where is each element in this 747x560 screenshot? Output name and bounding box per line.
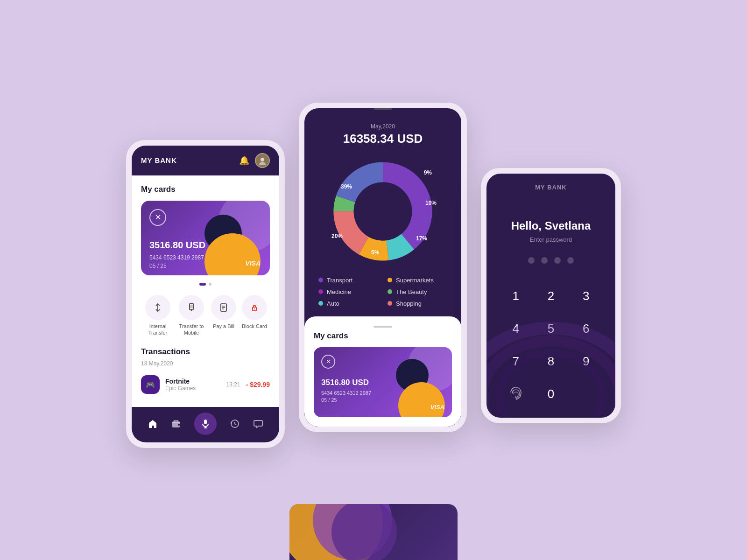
pay-bill-label: Pay a Bill — [213, 323, 234, 329]
mini-card-logo: ✕ — [321, 355, 444, 369]
mini-card-logo-symbol: ✕ — [321, 355, 335, 369]
credit-card[interactable]: ✕ 3516.80 USD 5434 6523 4319 2987 05 / 2… — [141, 201, 270, 275]
block-card-label: Block Card — [242, 323, 267, 329]
analytics-amount: 16358.34 USD — [314, 132, 452, 146]
card-visa: VISA — [245, 259, 261, 267]
phone3-header: MY BANK — [486, 174, 615, 196]
bottom-nav — [132, 407, 279, 442]
tx-info: Fortnite Epic Games — [165, 378, 221, 392]
legend-transport: Transport — [318, 277, 378, 284]
phone2-frame: May,2020 16358.34 USD — [299, 103, 467, 432]
phone1-inner: MY BANK 🔔 My cards ✕ — [132, 146, 279, 443]
phone3-bank-title: MY BANK — [535, 184, 566, 191]
donut-label-9: 9% — [424, 169, 432, 176]
avatar[interactable] — [255, 153, 270, 168]
mini-card-number: 5434 6523 4319 2987 — [321, 390, 444, 396]
phone-handle-2 — [374, 326, 392, 328]
legend-supermarkets: Supermarkets — [388, 277, 447, 284]
phone3-frame: MY BANK Hello, Svetlana Enter password 1… — [481, 168, 621, 423]
bg-waves-svg — [486, 247, 615, 418]
legend-auto: Auto — [318, 300, 378, 307]
tx-date: 18 May,2020 — [141, 360, 270, 367]
action-internal-transfer[interactable]: Internal Transfer — [144, 295, 172, 336]
tx-time: 13:21 — [226, 381, 240, 388]
phone3-greeting: Hello, Svetlana — [486, 219, 615, 232]
action-pay-bill[interactable]: Pay a Bill — [211, 295, 236, 336]
internal-transfer-icon — [145, 295, 170, 320]
phone2-my-cards-title: My cards — [314, 331, 452, 341]
donut-svg — [327, 155, 439, 267]
legend-dot-medicine — [318, 289, 323, 294]
analytics-date: May,2020 — [314, 123, 452, 130]
phone1-header: MY BANK 🔔 — [132, 146, 279, 175]
legend-label-transport: Transport — [327, 277, 352, 284]
transactions-section: Transactions 18 May,2020 🎮 Fortnite Epic… — [141, 347, 270, 398]
action-block-card[interactable]: Block Card — [242, 295, 267, 336]
legend-dot-beauty — [388, 289, 392, 294]
partial-blob-dark-purple — [331, 504, 397, 560]
header-icons: 🔔 — [239, 153, 270, 168]
nav-home[interactable] — [148, 419, 158, 429]
internal-transfer-label: Internal Transfer — [144, 323, 172, 336]
legend-dot-shopping — [388, 301, 392, 306]
action-transfer-mobile[interactable]: Transfer to Mobile — [177, 295, 205, 336]
svg-rect-13 — [178, 424, 180, 426]
bell-icon[interactable]: 🔔 — [239, 155, 249, 166]
legend-shopping: Shopping — [388, 300, 447, 307]
bottom-partial-card — [289, 504, 458, 560]
phone1-frame: MY BANK 🔔 My cards ✕ — [126, 140, 285, 448]
phone-handle — [374, 108, 392, 110]
legend-label-auto: Auto — [327, 300, 339, 307]
phone1-title: MY BANK — [141, 156, 177, 164]
mini-card-visa: VISA — [430, 404, 444, 411]
mini-card-expiry: 05 / 25 — [321, 397, 444, 403]
nav-chat[interactable] — [253, 419, 263, 429]
transactions-title: Transactions — [141, 347, 270, 357]
card-amount: 3516.80 USD — [149, 240, 261, 251]
legend-label-medicine: Medicine — [327, 288, 351, 295]
donut-label-5: 5% — [371, 249, 379, 256]
tx-game-icon: 🎮 — [141, 375, 160, 394]
phone2-header: May,2020 16358.34 USD — [304, 114, 461, 151]
svg-point-11 — [254, 308, 255, 309]
svg-point-30 — [516, 366, 585, 418]
nav-wallet[interactable] — [171, 419, 181, 429]
legend-label-supermarkets: Supermarkets — [396, 277, 434, 284]
card-dot-2 — [209, 283, 211, 286]
transaction-item[interactable]: 🎮 Fortnite Epic Games 13:21 - $29.99 — [141, 371, 270, 398]
card-dots-indicator — [141, 283, 270, 286]
card-dot-1 — [199, 283, 206, 286]
svg-rect-14 — [204, 420, 207, 424]
donut-label-20: 20% — [331, 233, 343, 239]
donut-label-39: 39% — [341, 183, 352, 190]
svg-point-26 — [354, 182, 412, 240]
tx-name: Fortnite — [165, 378, 221, 385]
tx-sub: Epic Games — [165, 385, 221, 392]
phone3-subtext: Enter password — [486, 236, 615, 243]
card-number: 5434 6523 4319 2987 — [149, 254, 261, 261]
svg-rect-5 — [190, 305, 193, 308]
phone1-body: My cards ✕ 3516.80 USD 5434 6523 4319 29… — [132, 175, 279, 407]
nav-history[interactable] — [230, 419, 240, 429]
legend-label-beauty: The Beauty — [396, 288, 427, 295]
phone2-inner: May,2020 16358.34 USD — [304, 108, 461, 427]
tx-amount: - $29.99 — [246, 381, 270, 388]
donut-wrapper: 39% 9% 10% 17% 5% 20% — [327, 155, 439, 267]
card-expiry: 05 / 25 — [149, 263, 261, 269]
legend-dot-auto — [318, 301, 323, 306]
block-card-icon — [242, 295, 267, 320]
legend-beauty: The Beauty — [388, 288, 447, 295]
chart-legend: Transport Supermarkets Medicine The Beau… — [304, 277, 461, 316]
transfer-mobile-label: Transfer to Mobile — [177, 323, 205, 336]
card-logo-symbol: ✕ — [149, 209, 166, 226]
donut-label-17: 17% — [416, 235, 427, 242]
svg-point-1 — [259, 162, 266, 165]
legend-label-shopping: Shopping — [396, 300, 422, 307]
nav-mic[interactable] — [194, 413, 217, 435]
phone2-cards-section: My cards ✕ 3516.80 USD 5434 6523 4319 29… — [304, 316, 461, 427]
mini-credit-card[interactable]: ✕ 3516.80 USD 5434 6523 4319 2987 05 / 2… — [314, 347, 452, 417]
quick-actions: Internal Transfer Transfer to Mobile Pay… — [141, 295, 270, 336]
mini-card-amount: 3516.80 USD — [321, 378, 444, 387]
pay-bill-icon — [211, 295, 236, 320]
phone3-inner: MY BANK Hello, Svetlana Enter password 1… — [486, 174, 615, 418]
